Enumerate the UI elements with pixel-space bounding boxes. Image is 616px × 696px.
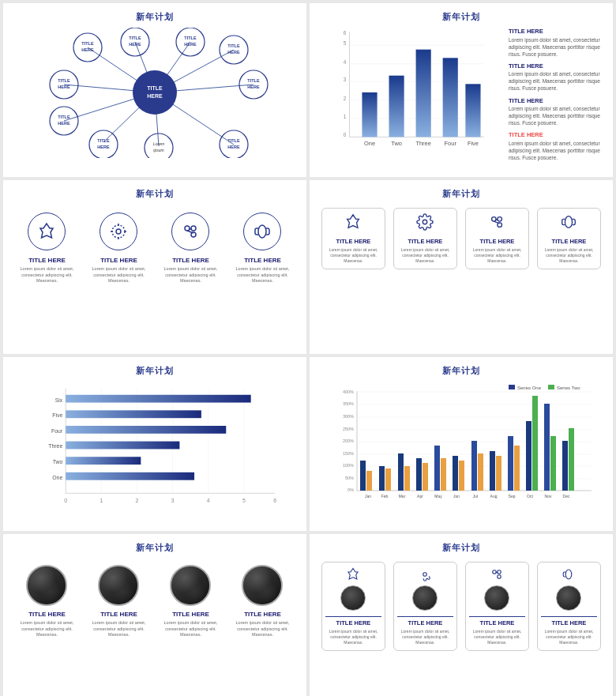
svg-text:Dec: Dec [563,494,570,498]
svg-rect-142 [434,446,440,491]
svg-point-74 [423,220,428,224]
hbar-container: 0 1 2 3 4 5 6 Six Five [11,382,299,512]
svg-text:HERE: HERE [58,121,70,126]
slide-7-photos: 新年计划 TITLE HERE Lorem ipsum dolor sit am… [3,534,306,696]
svg-text:Six: Six [55,397,63,403]
svg-text:Two: Two [53,459,63,465]
icon-title-3: TITLE HERE [172,257,209,264]
photo-inner-1 [28,566,66,604]
card-text-4: Lorem ipsum dolor sit amet, consectetur … [541,247,596,264]
card-divider-1 [325,616,381,617]
mindmap-center [133,70,177,115]
svg-text:6: 6 [344,30,347,36]
slide-3-icons: 新年计划 TITLE HERE Lorem ipsum dolor sit am… [3,180,306,354]
legend-text-1: Lorem ipsum dolor sit amet, consectetur … [509,37,600,57]
svg-text:Jan: Jan [365,494,371,498]
svg-rect-146 [459,461,464,491]
slide-3-title: 新年计划 [11,188,299,200]
card-photo-mini-2 [412,585,438,611]
slide-5-hbar: 新年计划 0 1 2 3 4 5 6 [3,357,306,531]
chart-canvas: 0 1 2 3 4 5 6 [317,28,499,158]
svg-text:Jul: Jul [473,494,478,498]
slide-7-title: 新年计划 [11,542,299,554]
card-photo-mini-4 [556,585,581,611]
photo-circle-2 [98,565,139,606]
svg-text:HERE: HERE [247,85,260,89]
card-icon-4 [560,213,577,235]
svg-text:Four: Four [51,428,63,434]
svg-text:Lorem: Lorem [153,141,164,146]
card-divider-4 [541,616,596,617]
slide-grid: 新年计划 TITLE HERE TITLE [0,0,616,696]
svg-rect-104 [66,457,141,465]
icon-circle-1 [28,213,66,250]
card-item-3: TITLE HERE Lorem ipsum dolor sit amet, c… [465,208,528,269]
svg-text:5: 5 [242,498,246,503]
card-title-4: TITLE HERE [552,238,587,245]
photo-title-3: TITLE HERE [172,611,209,618]
svg-text:Three: Three [415,140,430,147]
icon-text-1: Lorem ipsum dolor sit amet, consectetur … [15,266,78,284]
icon-title-4: TITLE HERE [244,257,281,264]
icon-grid: TITLE HERE Lorem ipsum dolor sit amet, c… [11,205,299,292]
svg-text:Apr: Apr [417,494,423,498]
svg-text:0: 0 [64,498,67,503]
card-text-1: Lorem ipsum dolor sit amet, consectetur … [325,247,381,264]
svg-text:Feb: Feb [381,494,389,498]
svg-text:350%: 350% [343,401,354,406]
card-item-1: TITLE HERE Lorem ipsum dolor sit amet, c… [321,208,385,269]
svg-text:TITLE: TITLE [129,36,141,40]
photo-title-4: TITLE HERE [244,611,281,618]
svg-point-68 [185,226,190,231]
svg-rect-64 [465,84,480,137]
svg-text:TITLE: TITLE [184,36,197,40]
icon-title-2: TITLE HERE [100,257,137,264]
card-divider-3 [469,616,524,617]
icon-title-1: TITLE HERE [28,257,66,264]
svg-rect-134 [385,468,391,491]
bar-chart-svg: 0 1 2 3 4 5 6 [317,28,499,158]
slide-8-card-photo: 新年计划 TITLE HERE Lorem ipsum dolor sit am… [310,534,613,696]
svg-rect-130 [360,461,366,491]
svg-text:HERE: HERE [81,47,94,52]
svg-text:One: One [364,140,375,147]
barchart-area: 0 1 2 3 4 5 6 [317,28,605,158]
svg-point-167 [493,570,497,574]
svg-point-75 [492,217,497,222]
card-divider-2 [397,616,453,617]
svg-rect-137 [404,466,410,491]
legend-item-3: TITLE HERE Lorem ipsum dolor sit amet, c… [509,97,605,127]
svg-text:3: 3 [344,77,347,82]
svg-rect-100 [66,426,226,434]
legend-title-3: TITLE HERE [509,97,605,106]
svg-text:400%: 400% [343,389,354,394]
card-photo-title-3: TITLE HERE [480,619,515,626]
photo-item-4: TITLE HERE Lorem ipsum dolor sit amet, c… [231,565,294,638]
card-photo-mini-3 [484,585,509,611]
svg-rect-109 [548,385,554,389]
svg-rect-145 [453,456,458,491]
photo-inner-3 [171,566,209,604]
icon-text-4: Lorem ipsum dolor sit amet, consectetur … [231,266,294,284]
svg-point-171 [566,570,573,579]
svg-rect-140 [423,463,428,491]
svg-text:Nov: Nov [545,494,552,498]
svg-text:May: May [434,494,442,498]
legend-text-3: Lorem ipsum dolor sit amet, consectetur … [509,106,600,126]
hbar-svg: 0 1 2 3 4 5 6 Six Five [11,385,299,509]
svg-text:TITLE: TITLE [58,78,70,83]
icon-text-2: Lorem ipsum dolor sit amet, consectetur … [87,266,150,284]
svg-point-80 [565,216,573,228]
svg-rect-161 [550,436,556,491]
svg-rect-96 [66,395,251,403]
svg-text:6: 6 [273,498,276,503]
svg-text:Aug: Aug [490,494,498,498]
svg-rect-148 [471,441,477,491]
legend-item-1: TITLE HERE Lorem ipsum dolor sit amet, c… [509,28,605,58]
svg-text:HERE: HERE [184,42,197,47]
photo-inner-4 [243,566,281,604]
svg-text:HERE: HERE [147,93,163,99]
card-item-2: TITLE HERE Lorem ipsum dolor sit amet, c… [393,208,456,269]
chart-legend: TITLE HERE Lorem ipsum dolor sit amet, c… [502,28,605,158]
card-text-2: Lorem ipsum dolor sit amet, consectetur … [397,247,453,264]
